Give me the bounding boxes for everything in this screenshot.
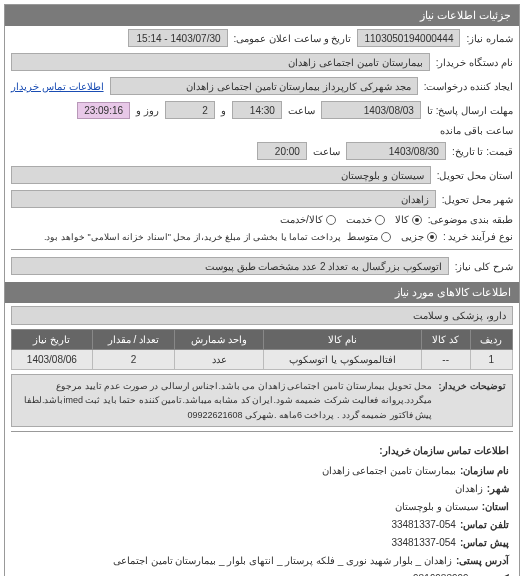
- radio-minor[interactable]: جزیی: [401, 231, 437, 242]
- cell-name: افتالموسکوپ یا اتوسکوپ: [263, 350, 421, 370]
- deadline-label: مهلت ارسال پاسخ: تا: [427, 105, 513, 116]
- th-index: ردیف: [470, 330, 512, 350]
- buyer-notes-label: توضیحات خریدار:: [439, 379, 507, 422]
- contact-province: سیستان و بلوچستان: [395, 498, 478, 516]
- deadline-time: 14:30: [232, 101, 282, 119]
- request-no-value: 1103050194000444: [357, 29, 460, 47]
- radio-medium[interactable]: متوسط: [347, 231, 391, 242]
- public-datetime-value: 1403/07/30 - 15:14: [128, 29, 228, 47]
- radio-icon: [381, 232, 391, 242]
- process-radio-group: جزیی متوسط: [347, 231, 437, 242]
- public-datetime-label: تاریخ و ساعت اعلان عمومی:: [234, 33, 352, 44]
- radio-service[interactable]: خدمت: [346, 214, 385, 225]
- price-date-label: قیمت: تا تاریخ:: [452, 146, 513, 157]
- separator: [11, 249, 513, 250]
- contact-org: بیمارستان تامین اجتماعی زاهدان: [322, 462, 456, 480]
- th-qty: تعداد / مقدار: [92, 330, 174, 350]
- days-suffix: روز و: [136, 105, 159, 116]
- items-table: ردیف کد کالا نام کالا واحد شمارش تعداد /…: [11, 329, 513, 370]
- request-no-label: شماره نیاز:: [466, 33, 513, 44]
- radio-icon: [375, 215, 385, 225]
- th-date: تاریخ نیاز: [12, 330, 93, 350]
- priority-label: طبقه بندی موضوعی:: [428, 214, 513, 225]
- cell-index: 1: [470, 350, 512, 370]
- requester-label: ایجاد کننده درخواست:: [424, 81, 513, 92]
- contact-city-label: شهر:: [487, 480, 509, 498]
- radio-icon: [412, 215, 422, 225]
- radio-icon: [427, 232, 437, 242]
- price-time: 20:00: [257, 142, 307, 160]
- table-row: 1 -- افتالموسکوپ یا اتوسکوپ عدد 2 1403/0…: [12, 350, 513, 370]
- contact-zip: 9816983999: [413, 570, 469, 576]
- radio-goods[interactable]: کالا: [395, 214, 422, 225]
- delivery-city-label: شهر محل تحویل:: [442, 194, 513, 205]
- contact-address-label: آدرس پستی:: [456, 552, 509, 570]
- items-section-title: اطلاعات کالاهای مورد نیاز: [5, 282, 519, 303]
- cell-date: 1403/08/06: [12, 350, 93, 370]
- delivery-province: سیستان و بلوچستان: [11, 166, 431, 184]
- contact-fax: 33481337-054: [391, 534, 456, 552]
- cell-unit: عدد: [175, 350, 264, 370]
- radio-both[interactable]: کالا/خدمت: [280, 214, 336, 225]
- page-header: جزئیات اطلاعات نیاز: [5, 5, 519, 26]
- requester-value: مجد شهرکی کارپرداز بیمارستان تامین اجتما…: [110, 77, 418, 95]
- price-time-label: ساعت: [313, 146, 340, 157]
- buyer-org-value: بیمارستان تامین اجتماعی زاهدان: [11, 53, 430, 71]
- subject-label: شرح کلی نیاز:: [455, 261, 513, 272]
- price-date: 1403/08/30: [346, 142, 446, 160]
- days-label: و: [221, 105, 226, 116]
- radio-minor-label: جزیی: [401, 231, 424, 242]
- process-label: نوع فرآیند خرید :: [443, 231, 513, 242]
- remaining-time: 23:09:16: [77, 102, 130, 119]
- radio-both-label: کالا/خدمت: [280, 214, 323, 225]
- buyer-org-label: نام دستگاه خریدار:: [436, 57, 513, 68]
- contact-title: اطلاعات تماس سازمان خریدار:: [15, 442, 509, 460]
- contact-zip-label: کدپستی:: [473, 570, 509, 576]
- contact-org-label: نام سازمان:: [460, 462, 509, 480]
- priority-radio-group: کالا خدمت کالا/خدمت: [280, 214, 422, 225]
- contact-phone-label: تلفن تماس:: [460, 516, 509, 534]
- contact-city: زاهدان: [455, 480, 483, 498]
- cell-qty: 2: [92, 350, 174, 370]
- remaining-suffix: ساعت باقی مانده: [440, 125, 513, 136]
- deadline-date: 1403/08/03: [321, 101, 421, 119]
- contact-block: اطلاعات تماس سازمان خریدار: نام سازمان:ب…: [11, 438, 513, 576]
- th-unit: واحد شمارش: [175, 330, 264, 350]
- cell-code: --: [421, 350, 470, 370]
- category-box: دارو، پزشکی و سلامت: [11, 306, 513, 325]
- contact-fax-label: پیش تماس:: [460, 534, 509, 552]
- buyer-notes: توضیحات خریدار: محل تحویل بیمارستان تامی…: [11, 374, 513, 427]
- contact-address: زاهدان _ بلوار شهید نوری _ فلکه پرستار _…: [113, 552, 452, 570]
- contact-phone: 33481337-054: [391, 516, 456, 534]
- radio-icon: [326, 215, 336, 225]
- radio-service-label: خدمت: [346, 214, 372, 225]
- th-name: نام کالا: [263, 330, 421, 350]
- contact-province-label: استان:: [482, 498, 509, 516]
- process-note: پرداخت تماما یا بخشی از مبلغ خرید،از محل…: [44, 232, 341, 242]
- buyer-notes-text: محل تحویل بیمارستان تامین اجتماعی زاهدان…: [18, 379, 433, 422]
- contact-link[interactable]: اطلاعات تماس خریدار: [11, 81, 104, 92]
- days-value: 2: [165, 101, 215, 119]
- deadline-time-label: ساعت: [288, 105, 315, 116]
- separator: [11, 431, 513, 432]
- delivery-city: زاهدان: [11, 190, 436, 208]
- delivery-province-label: استان محل تحویل:: [437, 170, 513, 181]
- radio-medium-label: متوسط: [347, 231, 378, 242]
- th-code: کد کالا: [421, 330, 470, 350]
- radio-goods-label: کالا: [395, 214, 409, 225]
- subject-value: اتوسکوپ بزرگسال به تعداد 2 عدد مشخصات طب…: [11, 257, 449, 275]
